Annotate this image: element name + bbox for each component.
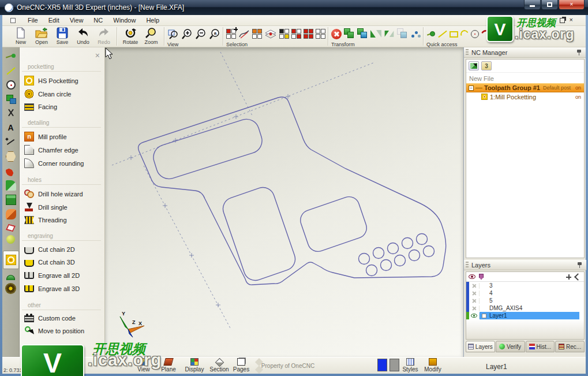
close-button[interactable]: × (559, 0, 585, 10)
mdi-close-button[interactable]: × (570, 16, 573, 23)
select-add-icon[interactable] (226, 29, 236, 39)
toolpath-group-row[interactable]: − Toolpath Group #1 Default post on (466, 83, 584, 92)
hidden-icon[interactable] (472, 284, 476, 288)
circle-icon[interactable] (6, 80, 16, 90)
swept-surface-icon[interactable] (6, 180, 16, 191)
rotate-button[interactable]: Rotate (120, 26, 141, 45)
dome-icon[interactable] (6, 275, 15, 280)
collapse-icon[interactable]: − (469, 85, 474, 91)
tab-recent[interactable]: Rec... (555, 341, 585, 352)
layer-tag-icon[interactable] (479, 274, 484, 280)
tab-verify[interactable]: Verify (496, 341, 525, 352)
move-copy-icon[interactable] (357, 28, 368, 39)
open-button[interactable]: Open (31, 26, 52, 45)
mdi-document-icon[interactable] (10, 18, 16, 23)
select-group-icon[interactable] (291, 29, 301, 39)
item-drill-single[interactable]: Drill single (20, 200, 104, 214)
zoom-in-icon[interactable] (181, 28, 193, 40)
layers-header[interactable]: Layers (464, 260, 586, 270)
select-freehand-icon[interactable] (238, 29, 250, 39)
text-icon[interactable]: A (6, 122, 16, 133)
solid-box-icon[interactable] (6, 195, 16, 205)
zoom-out-icon[interactable] (195, 28, 207, 40)
pin-icon[interactable] (576, 50, 582, 55)
zoom-all-icon[interactable]: a (209, 28, 220, 40)
sphere-icon[interactable] (6, 235, 15, 244)
minimize-button[interactable] (524, 0, 541, 10)
select-invert-icon[interactable] (279, 29, 289, 39)
menu-window[interactable]: Window (108, 16, 141, 25)
menu-nc[interactable]: NC (88, 16, 108, 25)
menu-help[interactable]: Help (141, 16, 164, 25)
select-all-icon[interactable] (304, 29, 313, 39)
item-drill-hole-wizard[interactable]: Drill hole wizard (20, 187, 104, 200)
delete-icon[interactable] (331, 29, 342, 39)
polygon-icon[interactable] (6, 151, 16, 162)
redo-button[interactable]: Redo (93, 26, 114, 45)
status-display-button[interactable]: Display (182, 358, 207, 373)
undo-button[interactable]: Undo (73, 26, 93, 45)
item-custom-code[interactable]: Custom code (20, 312, 104, 324)
point-tool-icon[interactable] (426, 29, 436, 39)
operation-state-badge[interactable]: on (575, 94, 581, 100)
group-state-badge[interactable]: on (575, 85, 581, 91)
zoom-window-icon[interactable] (167, 28, 179, 40)
menu-edit[interactable]: Edit (43, 16, 65, 25)
item-chamfer-edge[interactable]: Chamfer edge (20, 143, 104, 157)
rectangle-icon[interactable] (6, 94, 16, 104)
mirror-icon[interactable] (370, 29, 381, 39)
visible-eye-icon[interactable] (471, 314, 477, 318)
item-hs-pocketting[interactable]: HS Pocketting (20, 74, 104, 87)
menu-view[interactable]: View (65, 16, 89, 25)
line-tool-icon[interactable] (438, 29, 447, 39)
tab-history[interactable]: Hist... (526, 341, 555, 352)
modify-button[interactable]: Modify (421, 358, 444, 373)
machine-view-button[interactable] (469, 61, 479, 70)
layer-row[interactable]: 4 (466, 289, 584, 297)
mdi-restore-button[interactable] (560, 18, 565, 23)
item-cut-chain-2d[interactable]: Cut chain 2D (20, 243, 104, 256)
item-clean-circle[interactable]: Clean circle (20, 87, 104, 100)
gear-icon[interactable] (6, 284, 15, 293)
hidden-icon[interactable] (472, 306, 476, 310)
hidden-icon[interactable] (472, 291, 476, 295)
item-facing[interactable]: Facing (20, 100, 104, 113)
color-swatch-blue[interactable] (377, 359, 387, 371)
layer-row[interactable]: 5 (466, 297, 584, 304)
extrude-icon[interactable] (6, 209, 16, 219)
item-threading[interactable]: Threading (20, 214, 104, 226)
item-move-to-position[interactable]: Move to position (20, 324, 104, 337)
plane-icon[interactable] (6, 224, 16, 232)
add-layer-icon[interactable] (566, 274, 571, 280)
save-button[interactable]: Save (52, 26, 73, 45)
trim-icon[interactable] (6, 108, 16, 118)
rectangle-tool-icon[interactable] (450, 31, 458, 38)
circle-tool-icon[interactable] (471, 30, 479, 38)
scale-icon[interactable] (397, 28, 408, 39)
maximize-button[interactable] (541, 0, 558, 10)
zoom-button[interactable]: Zoom (141, 26, 162, 45)
tab-layers[interactable]: Layers (466, 341, 495, 352)
pin-icon[interactable] (577, 262, 582, 268)
point-icon[interactable] (6, 51, 16, 62)
expand-panel-icon[interactable] (574, 273, 582, 281)
layer-row[interactable]: DMG_AXIS4 (466, 304, 584, 312)
drawing-canvas[interactable]: Y Z X (105, 47, 463, 357)
layer-row[interactable]: 3 (466, 282, 584, 289)
color-swatch-gray[interactable] (389, 359, 399, 371)
copy-icon[interactable] (344, 28, 355, 39)
item-engrave-all-3d[interactable]: Engrave all 3D (20, 282, 104, 295)
mirror-vertical-icon[interactable] (384, 29, 394, 38)
select-none-icon[interactable] (316, 29, 325, 39)
layer-row-selected[interactable]: Layer1 (466, 312, 584, 319)
view-3-button[interactable]: 3 (481, 61, 492, 70)
hidden-icon[interactable] (472, 299, 476, 303)
surface-icon[interactable] (6, 166, 16, 176)
panel-close-icon[interactable]: × (95, 52, 100, 59)
arc-tool-icon[interactable] (459, 29, 470, 39)
item-mill-profile[interactable]: nMill profile (20, 130, 104, 143)
menu-file[interactable]: File (23, 16, 43, 25)
select-window-icon[interactable] (252, 29, 262, 39)
nc-manager-header[interactable]: NC Manager (464, 47, 586, 58)
operation-row[interactable]: 1:Mill Pocketting on (466, 92, 584, 101)
